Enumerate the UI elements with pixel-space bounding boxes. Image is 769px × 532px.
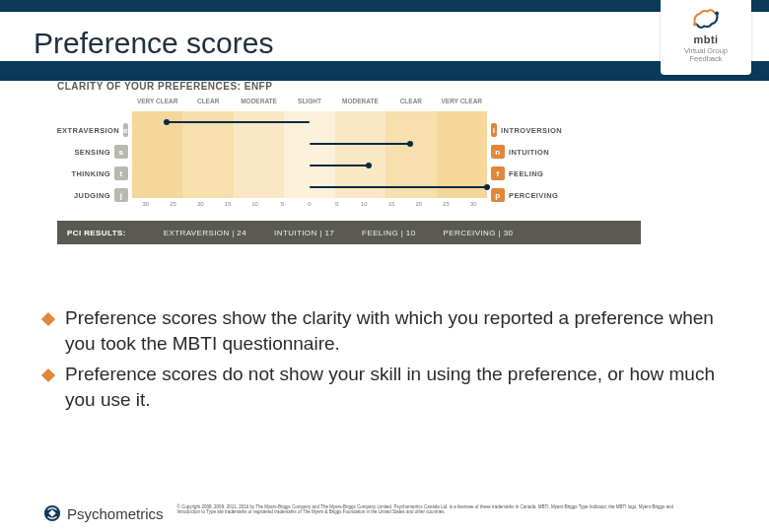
pci-item-2: FEELING | 10	[362, 229, 415, 237]
row-labels-left: EXTRAVERSIONe SENSINGs THINKINGt JUDGING…	[57, 98, 128, 206]
row-right-2: fFEELING	[491, 163, 562, 184]
badge-p: p	[491, 188, 505, 202]
logo-box: mbti Virtual Group Feedback	[661, 0, 751, 75]
pref-line-3	[310, 186, 487, 188]
badge-n: n	[491, 145, 505, 159]
diamond-icon	[41, 368, 55, 382]
footer-copyright: © Copyright 2008, 2009, 2011, 2016 by Th…	[177, 504, 690, 515]
logo-subtext: Virtual Group Feedback	[684, 47, 728, 64]
row-right-0: iINTROVERSION	[491, 119, 562, 141]
row-left-2: THINKINGt	[57, 163, 128, 184]
footer-brand: Psychometrics	[67, 505, 164, 522]
pref-line-1	[310, 143, 410, 145]
bullet-1: Preference scores do not show your skill…	[43, 362, 730, 412]
svg-point-0	[693, 23, 697, 27]
axis-labels: 30252015105051015202530	[132, 201, 487, 207]
page-title: Preference scores	[0, 27, 273, 60]
pref-line-2	[310, 165, 369, 166]
chart-grid: VERY CLEARCLEARMODERATESLIGHTMODERATECLE…	[132, 98, 487, 207]
badge-f: f	[491, 166, 505, 180]
col-headers: VERY CLEARCLEARMODERATESLIGHTMODERATECLE…	[132, 98, 487, 109]
pci-item-3: PERCEIVING | 30	[444, 229, 514, 237]
bullet-0: Preference scores show the clarity with …	[43, 305, 730, 356]
chart-area: CLARITY OF YOUR PREFERENCES: ENFP EXTRAV…	[57, 81, 641, 244]
preference-chart: EXTRAVERSIONe SENSINGs THINKINGt JUDGING…	[57, 98, 641, 207]
badge-t: t	[114, 166, 128, 180]
diamond-icon	[41, 312, 55, 326]
chart-bands	[132, 111, 487, 198]
row-left-3: JUDGINGj	[57, 184, 128, 206]
pref-line-0	[168, 121, 310, 123]
svg-point-1	[715, 12, 719, 16]
pci-item-0: EXTRAVERSION | 24	[164, 229, 246, 237]
psychometrics-logo-icon	[43, 504, 61, 522]
pci-label: PCI RESULTS:	[67, 229, 136, 237]
badge-e: e	[123, 123, 128, 137]
mbti-logo-icon	[687, 6, 725, 32]
footer: Psychometrics © Copyright 2008, 2009, 20…	[43, 504, 741, 522]
pci-item-1: INTUITION | 17	[274, 229, 334, 237]
clarity-title: CLARITY OF YOUR PREFERENCES: ENFP	[57, 81, 641, 92]
row-right-1: nINTUITION	[491, 141, 562, 163]
row-left-1: SENSINGs	[57, 141, 128, 163]
top-stripe	[0, 0, 769, 12]
logo-brand: mbti	[693, 33, 718, 45]
row-labels-right: iINTROVERSION nINTUITION fFEELING pPERCE…	[491, 98, 562, 206]
pci-results-bar: PCI RESULTS: EXTRAVERSION | 24 INTUITION…	[57, 221, 641, 244]
row-right-3: pPERCEIVING	[491, 184, 562, 206]
badge-i: i	[491, 123, 497, 137]
bullet-list: Preference scores show the clarity with …	[43, 305, 730, 419]
badge-j: j	[114, 188, 128, 202]
blue-band	[0, 61, 769, 81]
badge-s: s	[114, 145, 128, 159]
row-left-0: EXTRAVERSIONe	[57, 119, 128, 141]
